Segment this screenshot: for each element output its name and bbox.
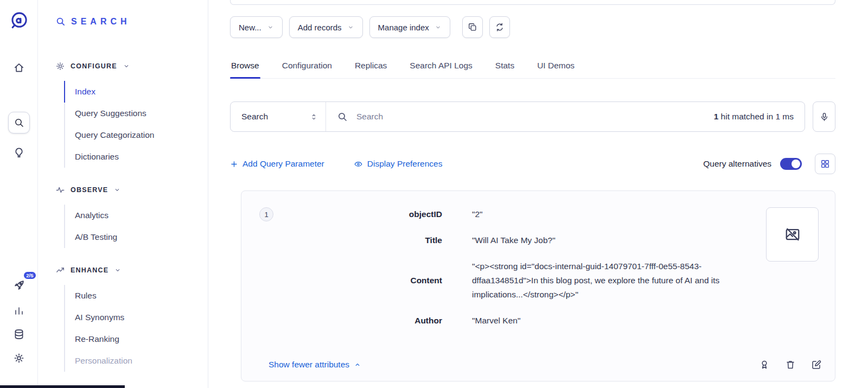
field-value: "Will AI Take My Job?" (442, 233, 768, 247)
query-alternatives-toggle[interactable] (780, 158, 802, 170)
eye-icon (354, 160, 363, 169)
hits-summary: 1 hit matched in 1 ms (714, 112, 794, 122)
field-key: Content (241, 273, 442, 288)
monitoring-icon[interactable] (14, 306, 24, 316)
search-box: Search 1 hit matched in 1 ms (230, 101, 805, 132)
search-input-wrap: 1 hit matched in 1 ms (326, 111, 805, 122)
add-query-parameter-link[interactable]: Add Query Parameter (230, 159, 324, 169)
refresh-button[interactable] (489, 16, 510, 38)
search-icon (337, 111, 348, 122)
chevron-down-icon (113, 186, 121, 194)
search-mode-select[interactable]: Search (231, 102, 326, 131)
hit-fields: objectID "2" Title "Will AI Take My Job?… (241, 207, 835, 328)
pulse-icon (55, 185, 65, 195)
section-enhance-header[interactable]: ENHANCE (55, 265, 208, 275)
header-cutoff-strip (230, 0, 835, 5)
copy-index-button[interactable] (462, 16, 483, 38)
sidebar-item-query-suggestions[interactable]: Query Suggestions (64, 103, 208, 124)
usage-badge: 2/5 (24, 272, 35, 279)
chevron-down-icon (347, 24, 354, 31)
field-key: Author (241, 314, 442, 328)
hit-actions (759, 359, 822, 370)
field-value: "Marvel Ken" (442, 314, 768, 328)
grid-icon (820, 159, 830, 169)
edit-hit-icon[interactable] (811, 359, 822, 370)
new-button[interactable]: New... (230, 16, 283, 38)
home-icon[interactable] (13, 62, 25, 74)
data-sources-icon[interactable] (13, 328, 25, 340)
recommend-icon[interactable] (12, 145, 25, 158)
image-placeholder (766, 207, 819, 262)
plus-icon (230, 160, 238, 168)
bottom-edge-strip (0, 385, 125, 388)
sidebar-item-re-ranking[interactable]: Re-Ranking (64, 328, 208, 350)
index-toolbar: New... Add records Manage index (230, 16, 835, 38)
display-preferences-link[interactable]: Display Preferences (354, 159, 443, 169)
search-product-icon[interactable] (8, 112, 30, 133)
display-preferences-label: Display Preferences (367, 159, 443, 169)
sidebar-item-dictionaries[interactable]: Dictionaries (64, 146, 208, 168)
query-alternatives-label: Query alternatives (703, 159, 771, 169)
voice-search-button[interactable] (813, 101, 835, 132)
settings-icon[interactable] (13, 352, 25, 364)
search-row: Search 1 hit matched in 1 ms (230, 101, 835, 132)
chevron-down-icon (435, 24, 442, 31)
chevron-down-icon (114, 266, 122, 274)
section-configure: CONFIGURE Index Query Suggestions Query … (55, 61, 208, 168)
section-label: OBSERVE (71, 186, 108, 194)
section-observe-header[interactable]: OBSERVE (55, 185, 208, 195)
tab-replicas[interactable]: Replicas (354, 54, 388, 78)
sidebar-item-ai-synonyms[interactable]: AI Synonyms (64, 307, 208, 328)
tab-browse[interactable]: Browse (230, 54, 260, 78)
section-configure-header[interactable]: CONFIGURE (55, 61, 208, 71)
show-fewer-attributes-link[interactable]: Show fewer attributes (269, 360, 361, 370)
gear-icon (55, 61, 65, 71)
chevron-down-icon (123, 62, 130, 70)
sidebar-item-ab-testing[interactable]: A/B Testing (64, 226, 208, 248)
tab-stats[interactable]: Stats (494, 54, 515, 78)
hit-rank-badge: 1 (259, 207, 273, 221)
new-button-label: New... (239, 23, 261, 32)
tab-ui-demos[interactable]: UI Demos (536, 54, 576, 78)
field-key: Title (241, 233, 442, 247)
section-observe: OBSERVE Analytics A/B Testing (55, 185, 208, 248)
section-label: CONFIGURE (71, 62, 117, 70)
sidebar-item-query-categorization[interactable]: Query Categorization (64, 124, 208, 146)
main-content: New... Add records Manage index (208, 0, 868, 388)
sidebar-item-personalization[interactable]: Personalization (64, 350, 208, 372)
trend-up-icon (55, 265, 65, 275)
hit-card: 1 objectID "2" Title "Will AI Take My Jo… (241, 190, 835, 381)
refresh-icon (495, 22, 505, 32)
tab-configuration[interactable]: Configuration (281, 54, 333, 78)
copy-icon (468, 22, 477, 32)
search-input[interactable] (355, 111, 706, 122)
product-header: SEARCH (55, 16, 208, 27)
section-label: ENHANCE (71, 266, 108, 274)
add-records-label: Add records (298, 23, 342, 32)
hits-text: hit matched in 1 ms (718, 112, 794, 121)
microphone-icon (819, 112, 829, 122)
add-records-button[interactable]: Add records (289, 16, 363, 38)
tab-search-api-logs[interactable]: Search API Logs (409, 54, 473, 78)
sidebar-item-analytics[interactable]: Analytics (64, 205, 208, 226)
show-fewer-attributes-label: Show fewer attributes (269, 360, 349, 370)
query-controls-row: Add Query Parameter Display Preferences … (230, 154, 835, 174)
hit-card-footer: Show fewer attributes (269, 359, 822, 370)
usage-rocket-icon[interactable]: 2/5 (12, 278, 26, 292)
field-value: "2" (442, 207, 768, 221)
hits-count: 1 (714, 112, 719, 121)
field-value: "<p><strong id="docs-internal-guid-14079… (442, 259, 768, 302)
sort-arrows-icon (310, 113, 318, 121)
manage-index-button[interactable]: Manage index (369, 16, 450, 38)
add-query-parameter-label: Add Query Parameter (242, 159, 324, 169)
sidebar-item-rules[interactable]: Rules (64, 285, 208, 307)
app-rail: 2/5 (0, 0, 38, 388)
algolia-logo[interactable] (9, 11, 29, 30)
chevron-up-icon (354, 361, 361, 368)
section-enhance: ENHANCE Rules AI Synonyms Re-Ranking Per… (55, 265, 208, 372)
delete-hit-icon[interactable] (785, 359, 796, 370)
product-title: SEARCH (71, 17, 131, 27)
sidebar-item-index[interactable]: Index (64, 81, 208, 103)
ranking-info-icon[interactable] (759, 359, 770, 370)
display-mode-button[interactable] (815, 154, 835, 174)
